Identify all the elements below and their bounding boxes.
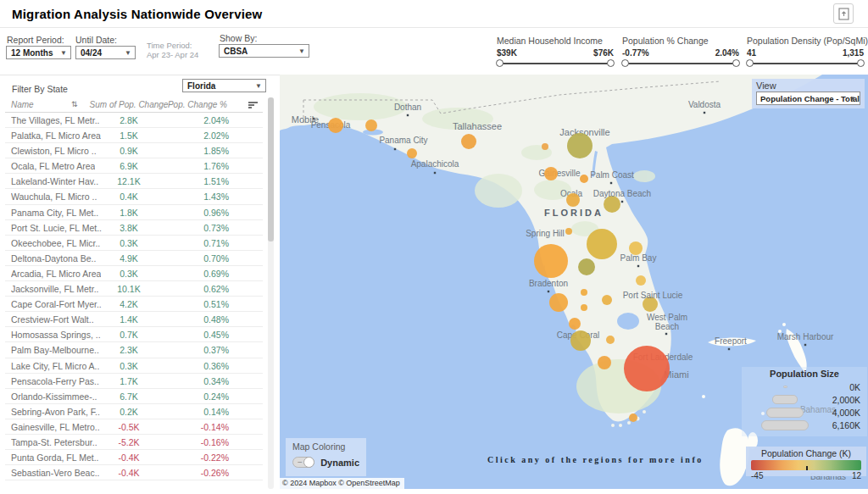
pop-change-slider-label: Population % Change [622,36,739,46]
row-pct: 0.45% [203,330,229,340]
table-row[interactable]: Sebring-Avon Park, F..0.2K0.14% [5,404,263,419]
chevron-down-icon: ▼ [60,49,67,57]
color-gradient-bar[interactable] [751,460,861,470]
region-bubble[interactable] [365,119,377,131]
table-row[interactable]: Crestview-Fort Walt..1.4K0.48% [5,312,263,327]
table-row[interactable]: Homosassa Springs, ..0.7K0.45% [5,327,263,342]
dynamic-toggle[interactable]: − [292,457,314,468]
scrollbar-thumb[interactable] [268,97,274,241]
view-panel: View Population Change - Total ▼ [752,79,865,108]
city-dot-icon [548,291,549,292]
city-label: FLORIDA [544,208,604,218]
table-row[interactable]: Okeechobee, FL Micr..0.3K0.71% [5,236,263,251]
table-row[interactable]: Palm Bay-Melbourne..2.3K0.37% [5,342,263,358]
row-pct: -0.22% [201,452,229,463]
region-bubble[interactable] [567,133,593,158]
city-dot-icon [621,201,623,203]
show-by-value: CBSA [224,47,248,56]
city-label: Apalachicola [411,159,459,169]
map-coloring-value: Dynamic [320,458,359,468]
region-bubble[interactable] [581,304,587,311]
region-bubble[interactable] [581,289,587,296]
table-row[interactable]: Cape Coral-Fort Myer..4.2K0.51% [5,297,263,312]
table-row[interactable]: Lake City, FL Micro A..0.3K0.36% [5,358,263,374]
region-bubble[interactable] [407,148,417,158]
density-slider-handle-max[interactable] [857,59,865,67]
region-bubble[interactable] [328,118,343,133]
state-dropdown-value: Florida [187,81,215,91]
table-row[interactable]: Orlando-Kissimmee-..6.7K0.24% [5,389,263,404]
table-row[interactable]: Ocala, FL Metro Area6.9K1.76% [5,158,263,174]
row-sum: 1.7K [66,376,192,386]
income-slider-handle-min[interactable] [496,59,504,67]
income-slider-handle-max[interactable] [607,59,615,67]
table-row[interactable]: Tampa-St. Petersbur..-5.2K-0.16% [5,435,263,450]
region-bubble[interactable] [598,356,611,369]
row-pct: 0.37% [203,345,229,355]
show-by-dropdown[interactable]: CBSA ▼ [219,44,309,58]
pop-change-slider-handle-max[interactable] [732,59,740,67]
region-bubble[interactable] [570,330,591,351]
city-label: Spring Hill [526,229,565,238]
export-image-button[interactable] [833,3,854,24]
color-legend-title: Population Change (K) [751,448,861,458]
row-sum: 2.3K [66,345,192,355]
income-slider-track[interactable] [500,63,610,64]
size-label-2: 4,000K [821,408,860,418]
table-row[interactable]: Sebastian-Vero Beac..-0.4K-0.26% [5,465,263,480]
table-row[interactable]: Clewiston, FL Micro ..0.9K1.85% [5,143,263,158]
table-row[interactable]: Pensacola-Ferry Pas..1.7K0.34% [5,374,263,389]
table-header: Name ⇅ Sum of Pop. Change Pop. Change % [5,97,263,113]
table-row[interactable]: Punta Gorda, FL Met..-0.4K-0.22% [5,450,263,465]
table-row[interactable]: Port St. Lucie, FL Met..3.8K0.73% [5,220,263,236]
table-scrollbar[interactable] [268,97,274,489]
region-bubble[interactable] [629,414,637,422]
row-pct: 0.69% [203,269,229,279]
density-slider-handle-min[interactable] [746,59,754,67]
pop-change-slider-track[interactable] [626,63,736,64]
region-bubble[interactable] [578,258,595,275]
region-bubble[interactable] [604,196,620,213]
region-bubble[interactable] [587,229,617,259]
toggle-knob[interactable] [303,457,314,468]
time-period-value: Apr 23- Apr 24 [147,50,198,59]
report-period-dropdown[interactable]: 12 Months ▼ [6,46,71,59]
state-dropdown[interactable]: Florida ▼ [182,79,266,92]
state-table-body: The Villages, FL Metr..2.8K2.04%Palatka,… [5,113,263,480]
region-bubble[interactable] [602,295,612,305]
table-row[interactable]: Panama City, FL Met..1.8K0.96% [5,205,263,220]
region-bubble[interactable] [565,228,572,235]
region-bubble[interactable] [534,244,568,278]
map-note: Click any of the regions for more info [487,455,704,464]
table-row[interactable]: The Villages, FL Metr..2.8K2.04% [5,113,263,128]
region-bubble[interactable] [580,175,588,183]
table-row[interactable]: Deltona-Daytona Be..4.9K0.70% [5,251,263,266]
sort-desc-icon[interactable] [248,102,258,109]
table-row[interactable]: Jacksonville, FL Metr..10.1K0.62% [5,281,263,297]
table-row[interactable]: Palatka, FL Micro Area1.5K2.02% [5,128,263,143]
column-name[interactable]: Name [11,100,34,109]
until-date-dropdown[interactable]: 04/24 ▼ [75,46,136,59]
table-row[interactable]: Gainesville, FL Metro..-0.5K-0.14% [5,419,263,435]
view-dropdown[interactable]: Population Change - Total ▼ [756,92,860,105]
region-bubble[interactable] [636,275,646,286]
region-bubble[interactable] [542,143,548,150]
pop-change-slider-handle-min[interactable] [621,59,629,67]
density-min: 41 [747,48,756,58]
region-bubble[interactable] [461,134,476,149]
region-bubble[interactable] [544,167,558,180]
region-bubble[interactable] [566,193,580,207]
map-panel[interactable]: PensacolaJacksonvilleGainesvilleOcalaCap… [280,75,868,489]
size-swatch-1 [772,395,798,404]
region-bubble[interactable] [624,346,670,391]
color-legend-min: -45 [751,471,763,480]
table-row[interactable]: Wauchula, FL Micro ..0.4K1.43% [5,189,263,204]
table-row[interactable]: Lakeland-Winter Hav..12.1K1.51% [5,174,263,189]
column-pct[interactable]: Pop. Change % [168,100,227,109]
region-bubble[interactable] [569,318,581,330]
table-row[interactable]: Arcadia, FL Micro Area0.3K0.69% [5,266,263,281]
region-bubble[interactable] [606,336,615,344]
region-bubble[interactable] [549,293,568,312]
row-sum: 12.1K [66,176,192,186]
density-slider-track[interactable] [750,63,860,64]
